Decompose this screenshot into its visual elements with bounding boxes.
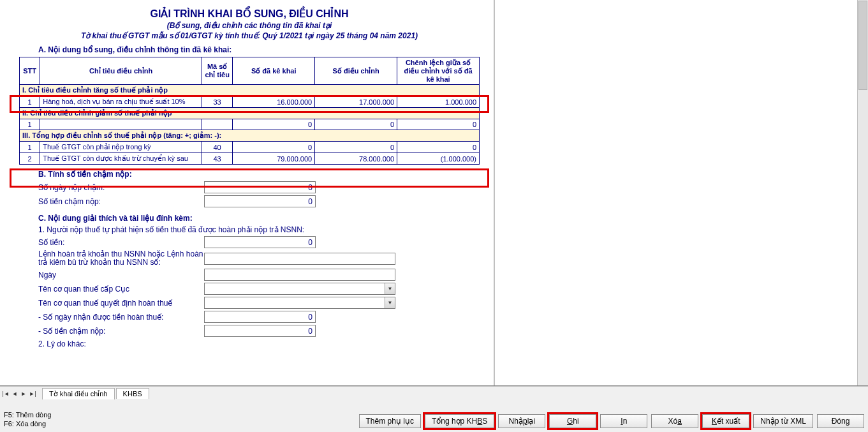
section-b-head: B. Tính số tiền chậm nộp: <box>38 170 480 179</box>
section-a-head: A. Nội dung bổ sung, điều chỉnh thông ti… <box>38 45 480 54</box>
btn-xoa[interactable]: Xóa <box>651 414 698 428</box>
c-lydo: 2. Lý do khác: <box>38 339 480 348</box>
btn-nhapxml[interactable]: Nhập từ XML <box>753 414 813 428</box>
cell-dieuchinh: 78.000.000 <box>315 153 397 165</box>
table-row: 1 Hàng hoá, dịch vụ bán ra chịu thuế suấ… <box>20 96 480 108</box>
input-c-sotien[interactable] <box>204 236 316 248</box>
cell-chenh: 0 <box>397 119 480 130</box>
cell-ma <box>202 119 232 130</box>
cell-dieuchinh: 0 <box>315 142 397 153</box>
input-c-lenh[interactable] <box>204 253 395 265</box>
btn-in[interactable]: In <box>600 414 647 428</box>
lbl-c-ngay: Ngày <box>38 271 204 279</box>
cell-stt: 1 <box>20 96 40 108</box>
right-panel <box>494 0 868 385</box>
lbl-c-songaynhan: - Số ngày nhận được tiền hoàn thuế: <box>38 313 204 322</box>
chevron-down-icon[interactable]: ▼ <box>385 297 395 308</box>
tab-nav-last[interactable]: ►| <box>28 389 37 399</box>
cell-chi[interactable]: Hàng hoá, dịch vụ bán ra chịu thuế suất … <box>40 96 202 108</box>
btn-dong[interactable]: Đóng <box>817 414 864 428</box>
select-c-cqt-qd[interactable] <box>204 297 395 309</box>
lbl-sotien: Số tiền chậm nộp: <box>38 197 204 206</box>
tab-tokhai[interactable]: Tờ khai điều chỉnh <box>42 388 115 399</box>
hint-f5: F5: Thêm dòng <box>4 410 51 419</box>
input-c-songaynhan[interactable] <box>204 311 316 323</box>
cell-chenh: (1.000.000) <box>397 153 480 165</box>
btn-ghi[interactable]: Ghi <box>549 414 596 428</box>
scrollbar-thumb[interactable] <box>858 1 867 90</box>
section-c-head: C. Nội dung giải thích và tài liệu đính … <box>38 214 480 223</box>
input-sotien[interactable] <box>204 195 316 207</box>
table-row: 2 Thuế GTGT còn được khấu trừ chuyển kỳ … <box>20 153 480 165</box>
th-chi: Chỉ tiêu điều chỉnh <box>40 57 202 85</box>
select-c-cqt-cuc[interactable] <box>204 283 395 295</box>
lbl-c-sotiencham: - Số tiền chậm nộp: <box>38 327 204 336</box>
cell-dieuchinh[interactable]: 17.000.000 <box>315 96 397 108</box>
cell-ma: 40 <box>202 142 232 153</box>
cell-chenh: 0 <box>397 142 480 153</box>
title-sub1: (Bổ sung, điều chỉnh các thông tin đã kh… <box>19 21 480 30</box>
group-3: III. Tổng hợp điều chỉnh số thuế phải nộ… <box>20 130 480 142</box>
title-sub2: Tờ khai thuế GTGT mẫu số 01/GTGT kỳ tính… <box>19 31 480 40</box>
tab-khbs[interactable]: KHBS <box>116 388 149 399</box>
lbl-songay: Số ngày nộp chậm: <box>38 183 204 192</box>
cell-stt: 1 <box>20 119 40 130</box>
form-panel: GIẢI TRÌNH KHAI BỔ SUNG, ĐIỀU CHỈNH (Bổ … <box>0 0 494 385</box>
adjustment-table: STT Chỉ tiêu điều chỉnh Mã số chỉ tiêu S… <box>19 57 480 165</box>
tab-nav-first[interactable]: |◄ <box>1 389 10 399</box>
hints: F5: Thêm dòng F6: Xóa dòng <box>4 410 51 428</box>
cell-stt: 1 <box>20 142 40 153</box>
cell-ma: 33 <box>202 96 232 108</box>
group-1: I. Chỉ tiêu điều chỉnh tăng số thuế phải… <box>20 85 480 96</box>
table-row: 1 0 0 0 <box>20 119 480 130</box>
input-c-sotiencham[interactable] <box>204 325 316 337</box>
c1-text: 1. Người nộp thuế tự phát hiện số tiền t… <box>38 225 480 234</box>
th-dieuchinh: Số điều chỉnh <box>315 57 397 85</box>
title-main: GIẢI TRÌNH KHAI BỔ SUNG, ĐIỀU CHỈNH <box>19 8 480 20</box>
footer: F5: Thêm dòng F6: Xóa dòng Thêm phụ lục … <box>0 400 868 432</box>
cell-kekhai[interactable]: 16.000.000 <box>233 96 315 108</box>
tab-nav-prev[interactable]: ◄ <box>10 389 19 399</box>
lbl-c-sotien: Số tiền: <box>38 238 204 247</box>
chevron-down-icon[interactable]: ▼ <box>385 283 395 294</box>
th-ma: Mã số chỉ tiêu <box>202 57 232 85</box>
lbl-c-cqt-cuc: Tên cơ quan thuế cấp Cục <box>38 285 204 294</box>
btn-themphuluc[interactable]: Thêm phụ lục <box>359 414 421 428</box>
btn-ketxuat[interactable]: Kết xuất <box>702 414 749 428</box>
lbl-c-cqt-qd: Tên cơ quan thuế quyết định hoàn thuế <box>38 299 204 308</box>
lbl-c-lenh: Lệnh hoàn trả khoản thu NSNN hoặc Lệnh h… <box>38 250 204 267</box>
btn-tonghop-khbs[interactable]: Tổng hợp KHBS <box>425 414 494 428</box>
th-chenh: Chênh lệch giữa số điều chỉnh với số đã … <box>397 57 480 85</box>
input-c-ngay[interactable] <box>204 269 395 281</box>
btn-nhaplai[interactable]: Nhập lại <box>498 414 545 428</box>
input-songay[interactable] <box>204 181 316 193</box>
cell-chi[interactable] <box>40 119 202 130</box>
cell-chi: Thuế GTGT còn được khấu trừ chuyển kỳ sa… <box>40 153 202 165</box>
cell-kekhai: 0 <box>233 142 315 153</box>
cell-stt: 2 <box>20 153 40 165</box>
cell-ma: 43 <box>202 153 232 165</box>
th-stt: STT <box>20 57 40 85</box>
tab-bar: |◄ ◄ ► ►| Tờ khai điều chỉnh KHBS <box>0 386 868 400</box>
cell-dieuchinh[interactable]: 0 <box>315 119 397 130</box>
hint-f6: F6: Xóa dòng <box>4 419 51 428</box>
th-kekhai: Số đã kê khai <box>233 57 315 85</box>
group-2: II. Chỉ tiêu điều chỉnh giảm số thuế phả… <box>20 108 480 119</box>
cell-kekhai: 79.000.000 <box>233 153 315 165</box>
cell-kekhai[interactable]: 0 <box>233 119 315 130</box>
cell-chenh: 1.000.000 <box>397 96 480 108</box>
table-row: 1 Thuế GTGT còn phải nộp trong kỳ 40 0 0… <box>20 142 480 153</box>
tab-nav-next[interactable]: ► <box>19 389 28 399</box>
cell-chi: Thuế GTGT còn phải nộp trong kỳ <box>40 142 202 153</box>
